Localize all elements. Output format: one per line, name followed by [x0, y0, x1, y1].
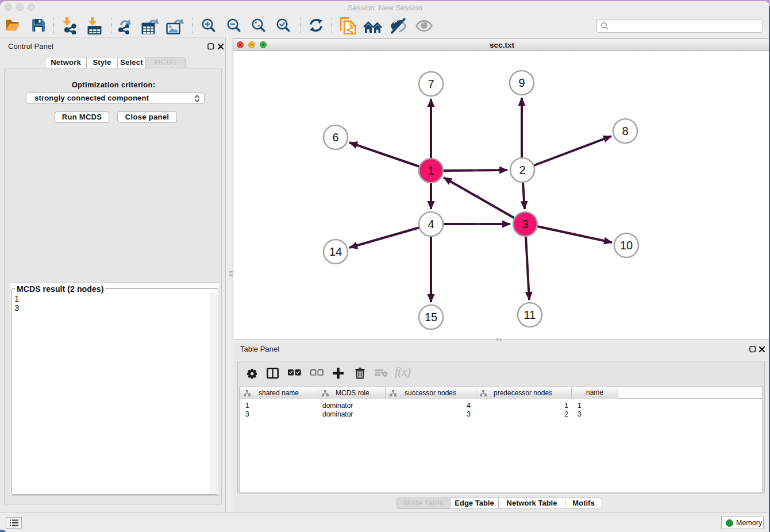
svg-text:7: 7: [428, 78, 434, 90]
svg-text:2: 2: [519, 164, 525, 176]
svg-text:3: 3: [522, 218, 528, 230]
svg-text:14: 14: [329, 245, 342, 258]
svg-text:4: 4: [428, 218, 434, 230]
svg-text:11: 11: [524, 309, 536, 321]
svg-text:10: 10: [620, 239, 633, 252]
svg-text:9: 9: [518, 76, 525, 89]
svg-text:6: 6: [332, 131, 338, 144]
svg-text:15: 15: [425, 311, 437, 323]
svg-text:1: 1: [428, 164, 434, 177]
svg-text:8: 8: [622, 125, 628, 137]
